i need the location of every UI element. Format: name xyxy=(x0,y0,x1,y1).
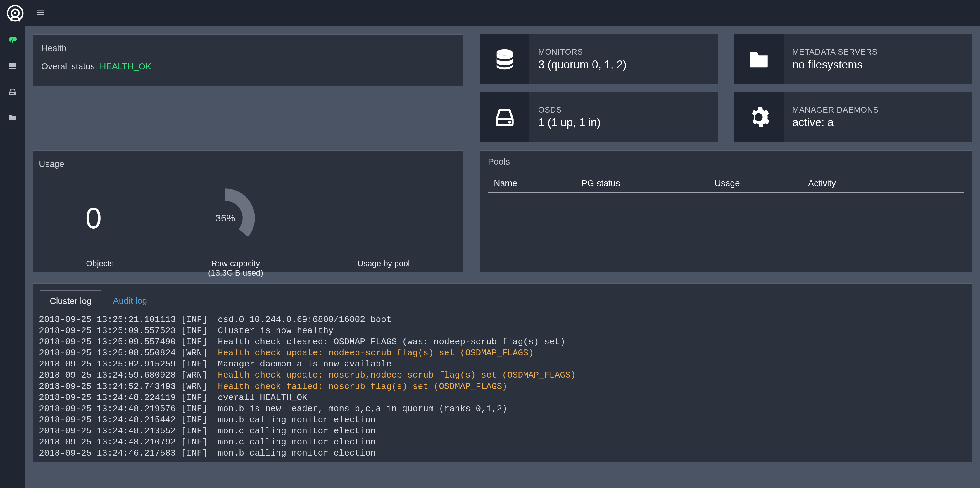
log-line: 2018-09-25 13:24:46.217583 [INF] mon.b c… xyxy=(39,448,966,459)
tile-managers-value: active: a xyxy=(792,116,879,129)
col-usage: Usage xyxy=(714,178,808,188)
tile-metadata-label: METADATA SERVERS xyxy=(792,48,878,57)
log-body: 2018-09-25 13:25:21.101113 [INF] osd.0 1… xyxy=(33,311,972,462)
svg-point-5 xyxy=(508,121,511,124)
ceph-logo xyxy=(6,4,25,22)
log-line: 2018-09-25 13:25:09.557490 [INF] Health … xyxy=(39,336,966,347)
tile-osds-value: 1 (1 up, 1 in) xyxy=(538,116,600,129)
health-card: Health Overall status: HEALTH_OK xyxy=(33,35,463,86)
objects-count: 0 xyxy=(85,201,102,235)
sidebar-item-osd[interactable] xyxy=(7,86,18,98)
log-line: 2018-09-25 13:24:48.224119 [INF] overall… xyxy=(39,392,966,403)
pools-title: Pools xyxy=(488,157,964,167)
disk-icon xyxy=(8,87,17,96)
sidebar-item-storage[interactable] xyxy=(7,60,18,72)
capacity-pct: 36% xyxy=(215,213,235,224)
log-line: 2018-09-25 13:25:08.550824 [WRN] Health … xyxy=(39,347,966,359)
folder-icon xyxy=(8,113,17,122)
folder-icon xyxy=(734,35,784,84)
svg-point-2 xyxy=(14,12,16,14)
log-line: 2018-09-25 13:24:48.213552 [INF] mon.c c… xyxy=(39,426,966,437)
log-line: 2018-09-25 13:25:09.557523 [INF] Cluster… xyxy=(39,325,966,336)
heartbeat-icon xyxy=(8,35,18,45)
topbar xyxy=(0,0,980,26)
tile-managers-label: MANAGER DAEMONS xyxy=(792,105,879,114)
health-status: Overall status: HEALTH_OK xyxy=(41,61,455,71)
tile-monitors-label: MONITORS xyxy=(538,48,627,57)
sidebar-item-health[interactable] xyxy=(7,35,18,46)
tab-audit-log[interactable]: Audit log xyxy=(102,291,158,311)
tile-metadata[interactable]: METADATA SERVERS no filesystems xyxy=(734,35,972,84)
log-line: 2018-09-25 13:25:02.915259 [INF] Manager… xyxy=(39,359,966,370)
log-line: 2018-09-25 13:24:59.680928 [WRN] Health … xyxy=(39,370,966,381)
info-tiles: MONITORS 3 (quorum 0, 1, 2) METADATA SER… xyxy=(480,35,972,142)
log-line: 2018-09-25 13:24:52.743493 [WRN] Health … xyxy=(39,381,966,392)
tile-osds[interactable]: OSDS 1 (1 up, 1 in) xyxy=(480,92,718,142)
label-raw-capacity: Raw capacity (13.3GiB used) xyxy=(208,259,263,278)
gear-icon xyxy=(734,92,784,142)
pools-card: Pools Name PG status Usage Activity xyxy=(480,150,972,272)
usage-title: Usage xyxy=(39,159,457,169)
col-activity: Activity xyxy=(808,178,958,188)
col-name: Name xyxy=(494,178,582,188)
sidebar-item-filesystem[interactable] xyxy=(7,111,18,123)
tile-monitors-value: 3 (quorum 0, 1, 2) xyxy=(538,59,627,71)
label-usage-by-pool: Usage by pool xyxy=(358,259,410,278)
main-content: Health Overall status: HEALTH_OK MONITOR… xyxy=(25,26,980,488)
log-tabs: Cluster log Audit log xyxy=(33,291,972,311)
log-card: Cluster log Audit log 2018-09-25 13:25:2… xyxy=(33,283,972,462)
usage-card: Usage 0 36% Objects Raw capacity (13.3Gi… xyxy=(33,150,463,272)
svg-point-4 xyxy=(497,49,513,56)
database-icon xyxy=(480,35,530,84)
pools-table: Name PG status Usage Activity xyxy=(488,175,964,192)
disk-icon xyxy=(480,92,530,142)
stack-icon xyxy=(8,62,17,70)
tile-metadata-value: no filesystems xyxy=(792,59,878,71)
log-line: 2018-09-25 13:25:21.101113 [INF] osd.0 1… xyxy=(39,314,966,325)
pools-header-row: Name PG status Usage Activity xyxy=(488,175,964,192)
tile-osds-label: OSDS xyxy=(538,105,600,114)
sidebar xyxy=(0,26,25,488)
tab-cluster-log[interactable]: Cluster log xyxy=(39,291,102,311)
menu-toggle-button[interactable] xyxy=(36,7,45,19)
tile-monitors[interactable]: MONITORS 3 (quorum 0, 1, 2) xyxy=(480,35,718,84)
log-line: 2018-09-25 13:24:48.215442 [INF] mon.b c… xyxy=(39,414,966,426)
svg-point-3 xyxy=(14,93,14,94)
tile-managers[interactable]: MANAGER DAEMONS active: a xyxy=(734,92,972,142)
health-status-label: Overall status: xyxy=(41,61,100,71)
health-title: Health xyxy=(41,43,455,53)
health-status-value: HEALTH_OK xyxy=(100,61,151,71)
col-pgstatus: PG status xyxy=(582,178,714,188)
label-objects: Objects xyxy=(86,259,114,278)
log-line: 2018-09-25 13:24:48.210792 [INF] mon.c c… xyxy=(39,437,966,448)
capacity-donut: 36% xyxy=(195,187,256,249)
log-line: 2018-09-25 13:24:48.219576 [INF] mon.b i… xyxy=(39,403,966,414)
